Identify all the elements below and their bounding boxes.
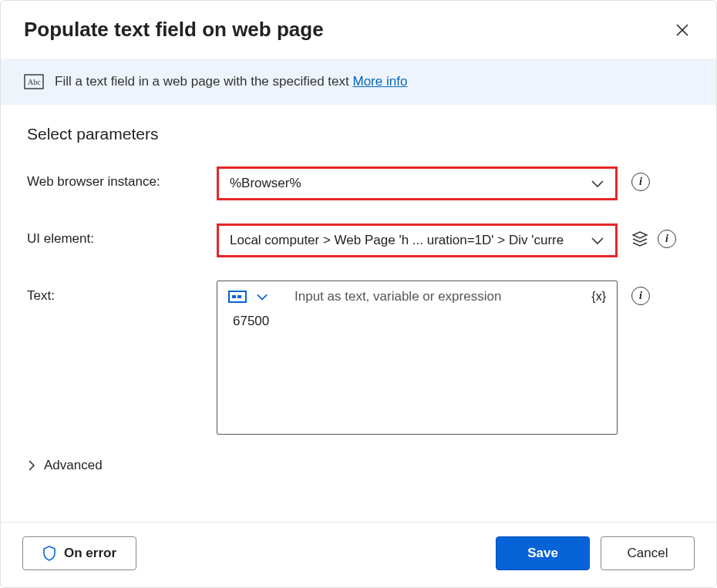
dialog-footer: On error Save Cancel (1, 522, 716, 587)
info-icon-ui-element[interactable]: i (658, 230, 676, 248)
content-area: Select parameters Web browser instance: … (1, 105, 716, 522)
text-editor-body[interactable]: 67500 (217, 311, 617, 434)
info-icon-text[interactable]: i (631, 287, 650, 305)
svg-marker-4 (633, 232, 647, 238)
shield-icon (42, 546, 56, 561)
cancel-button[interactable]: Cancel (601, 536, 695, 570)
ui-element-value: Local computer > Web Page 'h ... uration… (230, 233, 564, 248)
on-error-label: On error (64, 546, 116, 561)
chevron-down-icon (591, 236, 604, 245)
text-editor-toolbar: Input as text, variable or expression {x… (217, 281, 617, 311)
save-button[interactable]: Save (496, 536, 590, 570)
param-label-browser: Web browser instance: (27, 166, 217, 190)
text-editor-placeholder: Input as text, variable or expression (295, 289, 584, 304)
advanced-label: Advanced (44, 458, 103, 473)
dialog-header: Populate text field on web page (1, 1, 716, 59)
text-field-icon: Abc (24, 74, 44, 89)
param-row-text: Text: Input as text, variable or express… (27, 281, 690, 435)
svg-rect-7 (237, 295, 241, 298)
layers-icon[interactable] (631, 230, 648, 247)
param-row-browser: Web browser instance: %Browser% i (27, 166, 690, 200)
save-label: Save (527, 546, 558, 561)
chevron-down-icon (591, 179, 604, 188)
browser-instance-select[interactable]: %Browser% (217, 166, 618, 200)
section-title: Select parameters (27, 125, 690, 143)
advanced-toggle[interactable]: Advanced (27, 458, 690, 473)
browser-instance-value: %Browser% (230, 176, 301, 191)
param-row-ui-element: UI element: Local computer > Web Page 'h… (27, 223, 690, 257)
cancel-label: Cancel (628, 546, 668, 561)
param-label-ui-element: UI element: (27, 223, 217, 247)
banner-text-body: Fill a text field in a web page with the… (55, 74, 352, 89)
input-mode-icon[interactable] (228, 289, 248, 304)
svg-rect-6 (232, 295, 236, 298)
text-editor[interactable]: Input as text, variable or expression {x… (217, 281, 618, 435)
banner-text: Fill a text field in a web page with the… (55, 74, 407, 89)
close-button[interactable] (672, 19, 693, 41)
more-info-link[interactable]: More info (352, 74, 407, 89)
svg-text:Abc: Abc (28, 78, 41, 86)
info-banner: Abc Fill a text field in a web page with… (1, 59, 716, 105)
close-icon (675, 23, 689, 37)
chevron-right-icon (27, 459, 36, 472)
param-label-text: Text: (27, 281, 217, 304)
insert-variable-button[interactable]: {x} (591, 290, 606, 304)
on-error-button[interactable]: On error (22, 536, 136, 570)
dialog-title: Populate text field on web page (24, 18, 324, 42)
chevron-down-icon[interactable] (256, 292, 268, 301)
info-icon-browser[interactable]: i (631, 173, 650, 191)
ui-element-select[interactable]: Local computer > Web Page 'h ... uration… (217, 223, 618, 257)
